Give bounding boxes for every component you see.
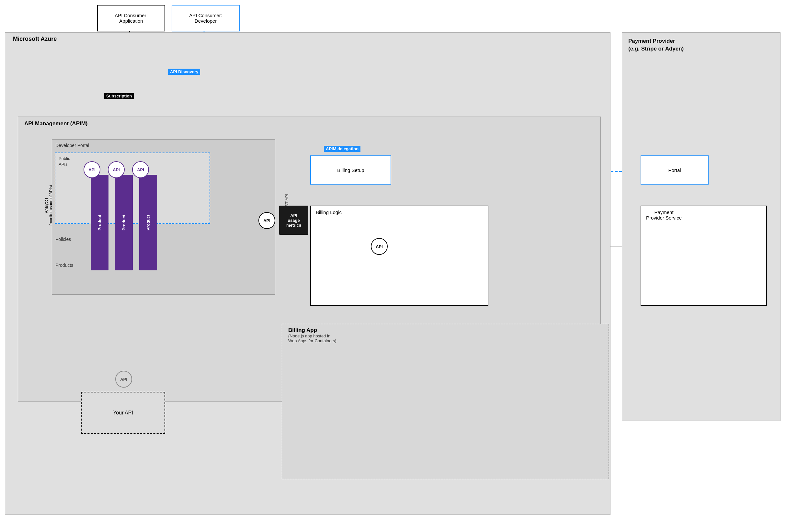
apim-delegation-label: APIM delegation — [324, 146, 361, 152]
apim-label: API Management (APIM) — [24, 120, 88, 127]
subscription-label: Subscription — [104, 93, 134, 99]
developer-portal-label: Developer Portal — [55, 143, 89, 148]
product-bar-3: Product — [139, 175, 157, 270]
your-api-box: Your API — [81, 392, 165, 434]
billing-logic-box: Billing Logic — [310, 206, 488, 306]
billing-app-label: Billing App (Node.js app hosted inWeb Ap… — [288, 327, 337, 343]
metrics-box: APIusagemetrics — [279, 206, 308, 235]
azure-label: Microsoft Azure — [13, 36, 57, 42]
api-circle-3: API — [132, 161, 149, 178]
api-circle-2: API — [108, 161, 125, 178]
api-circle-billing: API — [371, 238, 388, 255]
api-circle-rest: API — [258, 212, 275, 229]
diagram-container: Microsoft Azure Payment Provider(e.g. St… — [0, 0, 786, 532]
api-discovery-label: API Discovery — [168, 69, 200, 75]
api-circle-your-api: API — [115, 371, 132, 388]
payment-provider-service-label: PaymentProvider Service — [646, 209, 682, 221]
products-label: Products — [55, 262, 73, 268]
portal-box: Portal — [641, 156, 709, 185]
api-circle-1: API — [84, 161, 100, 178]
public-apis-label: PublicAPIs — [59, 156, 70, 167]
payment-provider-label: Payment Provider(e.g. Stripe or Adyen) — [628, 37, 684, 53]
consumer-application-box: API Consumer:Application — [97, 5, 165, 31]
payment-provider-service-box: PaymentProvider Service — [641, 206, 767, 306]
product-bar-2: Product — [115, 175, 133, 270]
product-bar-1: Prodcut — [91, 175, 109, 270]
billing-app-region — [282, 324, 609, 479]
policies-label: Policies — [55, 237, 71, 242]
apim-inner-box: Developer Portal PublicAPIs Policies Pro… — [52, 139, 275, 295]
billing-setup-box: Billing Setup — [310, 156, 391, 185]
consumer-developer-box: API Consumer:Developer — [172, 5, 240, 31]
billing-logic-label: Billing Logic — [316, 209, 342, 215]
